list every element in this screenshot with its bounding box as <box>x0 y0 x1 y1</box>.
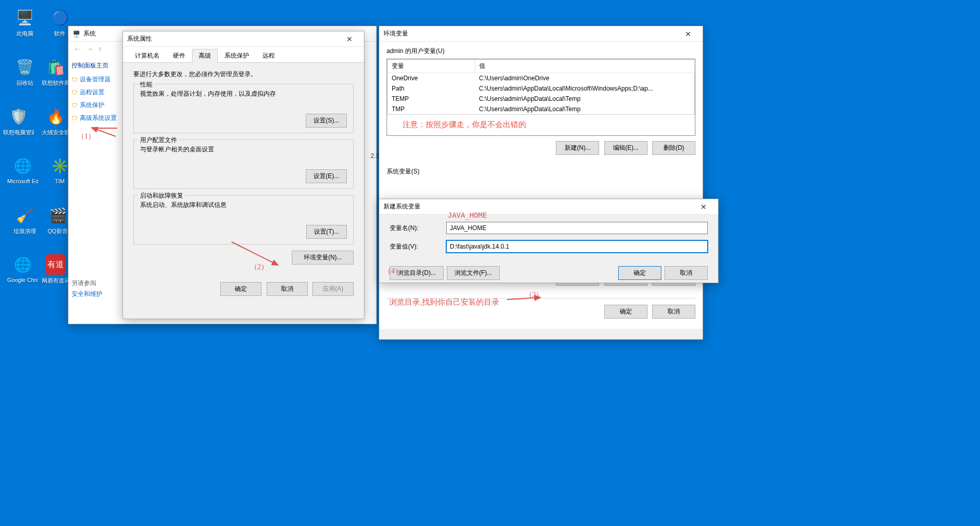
apply-button[interactable]: 应用(A) <box>312 282 354 296</box>
startup-desc: 系统启动、系统故障和调试信息 <box>140 201 347 209</box>
shield-icon: 🛡 <box>72 89 78 96</box>
table-row[interactable]: TEMPC:\Users\admin\AppData\Local\Temp <box>388 94 695 104</box>
environment-variables-dialog: 环境变量 ✕ admin 的用户变量(U) 变量 值 OneDriveC:\Us… <box>379 26 703 340</box>
var-name-input[interactable] <box>446 222 708 234</box>
user-section-label: admin 的用户变量(U) <box>387 47 695 56</box>
dialog-title: 新建系统变量 <box>383 202 693 211</box>
dialog-button-row: 确定 取消 应用(A) <box>123 277 364 301</box>
table-header-row: 变量 值 <box>388 60 695 73</box>
var-value-input[interactable] <box>446 240 708 253</box>
shield-icon: 🛡️ <box>8 106 29 127</box>
close-icon[interactable]: ✕ <box>339 35 360 43</box>
newvar-ok-button[interactable]: 确定 <box>618 266 661 280</box>
perf-settings-button[interactable]: 设置(S)... <box>306 114 347 128</box>
group-title: 性能 <box>138 80 154 89</box>
col-var[interactable]: 变量 <box>388 60 475 73</box>
sidebar-link-protection[interactable]: 🛡系统保护 <box>72 99 122 112</box>
forward-arrow-icon[interactable]: → <box>86 45 93 53</box>
desktop-icon-youdao[interactable]: 有道网易有道词 <box>40 254 71 285</box>
edit-user-var-button[interactable]: 编辑(E)... <box>604 141 647 155</box>
browse-file-button[interactable]: 浏览文件(F)... <box>447 266 500 280</box>
fire-icon: 🔥 <box>45 106 66 127</box>
desktop-icon-lenovo-store[interactable]: 🛍️联想软件商 <box>40 57 71 87</box>
env-cancel-button[interactable]: 取消 <box>652 305 695 319</box>
startup-group: 启动和故障恢复 系统启动、系统故障和调试信息 设置(T)... <box>133 195 354 244</box>
shield-icon: 🛡 <box>72 115 78 122</box>
desktop-icon-cleanup[interactable]: 🧹垃圾清理 <box>9 205 40 235</box>
table-row[interactable]: OneDriveC:\Users\admin\OneDrive <box>388 73 695 84</box>
version-text: 2.3 <box>371 152 379 160</box>
close-icon[interactable]: ✕ <box>678 30 698 38</box>
group-title: 启动和故障恢复 <box>138 191 185 200</box>
shield-icon: 🛡 <box>72 76 78 83</box>
up-arrow-icon[interactable]: ↑ <box>98 45 102 53</box>
see-also-label: 另请参阅 <box>72 279 96 287</box>
desktop-icon-chrome[interactable]: 🌐Google Chrome <box>7 254 38 283</box>
chrome-icon: 🌐 <box>12 254 33 275</box>
control-panel-sidebar: 控制面板主页 🛡设备管理器 🛡远程设置 🛡系统保护 🛡高级系统设置 另请参阅 安… <box>68 56 125 323</box>
perf-desc: 视觉效果，处理器计划，内存使用，以及虚拟内存 <box>140 90 347 98</box>
cancel-button[interactable]: 取消 <box>267 282 308 296</box>
titlebar[interactable]: 系统属性 ✕ <box>123 31 364 47</box>
sidebar-link-security[interactable]: 安全和维护 <box>72 288 122 301</box>
tab-protection[interactable]: 系统保护 <box>218 49 256 62</box>
pc-icon: 🖥️ <box>14 7 35 28</box>
var-name-row: 变量名(N): <box>390 222 708 234</box>
broom-icon: 🧹 <box>14 205 35 225</box>
desktop-icon-lenovo-mgr[interactable]: 🛡️联想电脑管家 <box>3 106 34 136</box>
profile-settings-button[interactable]: 设置(E)... <box>306 169 347 183</box>
new-system-variable-dialog: 新建系统变量 ✕ 变量名(N): 变量值(V): 浏览目录(D)... 浏览文件… <box>379 199 719 283</box>
env-ok-button[interactable]: 确定 <box>604 305 647 319</box>
tab-bar: 计算机名 硬件 高级 系统保护 远程 <box>123 47 364 63</box>
titlebar[interactable]: 环境变量 ✕ <box>379 26 703 42</box>
dialog-title: 环境变量 <box>383 29 678 38</box>
back-arrow-icon[interactable]: ← <box>74 45 81 53</box>
delete-user-var-button[interactable]: 删除(D) <box>652 141 695 155</box>
var-name-label: 变量名(N): <box>390 224 446 233</box>
col-val[interactable]: 值 <box>475 60 695 73</box>
desktop-icon-huorong[interactable]: 🔥火绒安全软 <box>40 106 71 136</box>
newvar-cancel-button[interactable]: 取消 <box>664 266 708 280</box>
strikethrough-mark <box>92 128 117 129</box>
ok-button[interactable]: 确定 <box>220 282 261 296</box>
sidebar-link-advanced[interactable]: 🛡高级系统设置 <box>72 112 122 125</box>
tim-icon: ✳️ <box>49 155 70 176</box>
var-value-row: 变量值(V): <box>390 240 708 253</box>
new-user-var-button[interactable]: 新建(N)... <box>556 141 599 155</box>
sys-section-label: 系统变量(S) <box>387 167 695 176</box>
user-vars-table[interactable]: 变量 值 OneDriveC:\Users\admin\OneDrive Pat… <box>387 59 695 136</box>
folder-icon: 🔵 <box>49 7 70 28</box>
video-icon: 🎬 <box>47 205 68 225</box>
tab-content: 要进行大多数更改，您必须作为管理员登录。 性能 视觉效果，处理器计划，内存使用，… <box>123 63 364 277</box>
sidebar-link-device-manager[interactable]: 🛡设备管理器 <box>72 73 122 86</box>
admin-note: 要进行大多数更改，您必须作为管理员登录。 <box>133 70 354 79</box>
shield-icon: 🛡 <box>72 102 78 109</box>
profile-desc: 与登录帐户相关的桌面设置 <box>140 145 347 154</box>
red-note: 注意：按照步骤走，你是不会出错的 <box>402 120 526 130</box>
performance-group: 性能 视觉效果，处理器计划，内存使用，以及虚拟内存 设置(S)... <box>133 84 354 133</box>
tab-advanced[interactable]: 高级 <box>192 49 218 63</box>
dialog-title: 系统属性 <box>127 34 339 43</box>
user-vars-section: admin 的用户变量(U) 变量 值 OneDriveC:\Users\adm… <box>387 47 695 160</box>
desktop-icon-this-pc[interactable]: 🖥️此电脑 <box>9 7 40 38</box>
table-row[interactable]: PathC:\Users\admin\AppData\Local\Microso… <box>388 83 695 94</box>
system-properties-dialog: 系统属性 ✕ 计算机名 硬件 高级 系统保护 远程 要进行大多数更改，您必须作为… <box>122 31 364 319</box>
store-icon: 🛍️ <box>45 57 66 77</box>
startup-settings-button[interactable]: 设置(T)... <box>306 225 347 239</box>
tab-hardware[interactable]: 硬件 <box>166 49 192 62</box>
desktop-icon-edge[interactable]: 🌐Microsoft Edge <box>7 155 38 184</box>
env-variables-button[interactable]: 环境变量(N)... <box>292 251 354 265</box>
tab-computer-name[interactable]: 计算机名 <box>128 49 166 62</box>
titlebar[interactable]: 新建系统变量 ✕ <box>379 199 718 215</box>
edge-icon: 🌐 <box>12 155 33 176</box>
close-icon[interactable]: ✕ <box>693 203 714 211</box>
profile-group: 用户配置文件 与登录帐户相关的桌面设置 设置(E)... <box>133 139 354 189</box>
group-title: 用户配置文件 <box>138 136 179 145</box>
sidebar-link-remote[interactable]: 🛡远程设置 <box>72 86 122 99</box>
tab-remote[interactable]: 远程 <box>256 49 282 62</box>
system-icon: 🖥️ <box>73 30 80 38</box>
desktop-icon-recycle[interactable]: 🗑️回收站 <box>9 57 40 87</box>
browse-dir-button[interactable]: 浏览目录(D)... <box>390 266 444 280</box>
table-row[interactable]: TMPC:\Users\admin\AppData\Local\Temp <box>388 104 695 115</box>
var-value-label: 变量值(V): <box>390 242 446 251</box>
